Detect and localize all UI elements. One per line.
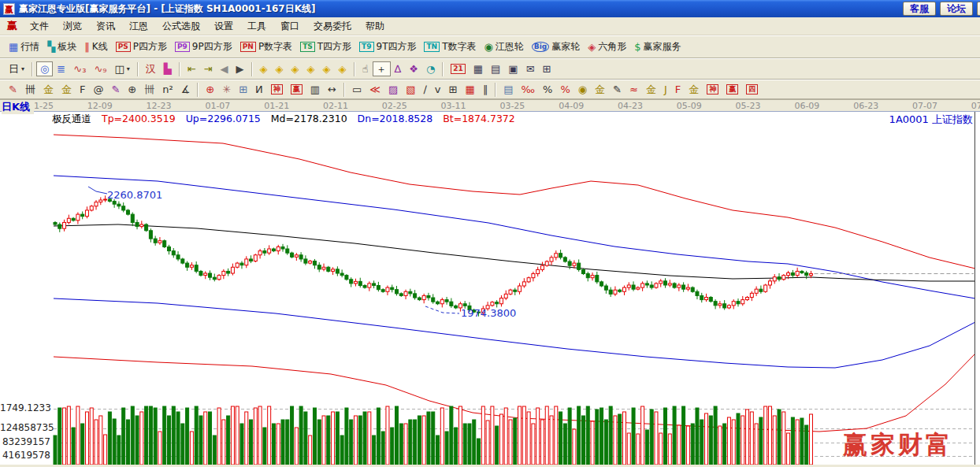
diamond-expand-h-button[interactable]: ◈ xyxy=(288,61,303,76)
printer-button[interactable]: ⊞ xyxy=(539,61,555,76)
wave-tool-button[interactable]: ≈ xyxy=(625,82,642,97)
candle-style-dropdown-button[interactable]: ◫▾ xyxy=(110,61,133,76)
cycle-ring-button[interactable]: ◔ xyxy=(422,61,439,76)
tick-ruler-button[interactable]: 卌 xyxy=(140,82,158,97)
shen-tool-button[interactable]: 神 xyxy=(267,83,287,96)
nav-last-button[interactable]: ⇥ xyxy=(200,61,217,76)
menu-news[interactable]: 资讯 xyxy=(89,18,122,35)
trend-line-button[interactable]: ∕ xyxy=(419,82,430,97)
pen-angle-button[interactable]: ✎ xyxy=(107,82,124,97)
menu-tools[interactable]: 工具 xyxy=(240,18,273,35)
diamond-shift-left-button[interactable]: ◈ xyxy=(256,61,272,76)
star-web-button[interactable]: ✳ xyxy=(218,82,235,97)
customer-service-button[interactable]: 客服 xyxy=(903,2,936,16)
menu-file[interactable]: 文件 xyxy=(23,18,56,35)
fan-box-purple-button[interactable]: ▨ xyxy=(384,82,402,97)
ying-tool-button[interactable]: 赢 xyxy=(287,83,306,96)
diamond-shift-right-button[interactable]: ◈ xyxy=(272,61,288,76)
gold-rail-2-button[interactable]: 金 xyxy=(58,82,76,97)
winner-wheel-button[interactable]: Big赢家轮 xyxy=(528,39,584,55)
percent-line-button[interactable]: % xyxy=(556,82,574,97)
menu-gann[interactable]: 江恩 xyxy=(122,18,155,35)
gold-lines-button[interactable]: 金 xyxy=(591,82,609,97)
menu-help[interactable]: 帮助 xyxy=(358,18,392,35)
ruler-123-button[interactable]: ▥ xyxy=(306,82,324,97)
time-circle-button[interactable]: ⊕ xyxy=(124,82,140,97)
t-number-table-button[interactable]: TNT数字表 xyxy=(420,39,480,55)
p-number-table-button[interactable]: PNP数字表 xyxy=(236,39,296,55)
wave-mark-button[interactable]: И xyxy=(251,82,267,97)
fan-box-red-button[interactable]: ▧ xyxy=(402,82,419,97)
spiral-button[interactable]: @ xyxy=(89,82,107,97)
grid-red-button[interactable]: ▦ xyxy=(461,82,478,97)
f-angle-button[interactable]: F xyxy=(671,82,685,97)
crop-box-button[interactable]: ▭ xyxy=(348,82,366,97)
gann-wheel-button[interactable]: ◉江恩轮 xyxy=(480,39,527,55)
home-button-clipped[interactable]: 主 xyxy=(977,2,980,16)
quotes-button[interactable]: ▦行情 xyxy=(5,39,43,55)
stats-table-button[interactable]: ▤ xyxy=(499,82,517,97)
gold-angle-2-button[interactable]: 金 xyxy=(685,82,703,97)
sectors-button[interactable]: ▚板块 xyxy=(43,39,80,55)
han-frame-button[interactable]: 汉 xyxy=(142,61,160,76)
shen-angle-button[interactable]: 神 xyxy=(703,83,722,96)
region-zoom-button[interactable]: ◎ xyxy=(36,61,53,76)
menu-settings[interactable]: 设置 xyxy=(207,18,240,35)
web-grid-button[interactable]: ⊞ xyxy=(235,82,251,97)
profile-histogram-button[interactable]: ▙ xyxy=(160,61,176,76)
menu-view[interactable]: 浏览 xyxy=(56,18,89,35)
kline-chart[interactable] xyxy=(0,112,980,467)
brush-red-button[interactable]: ✎ xyxy=(5,82,21,97)
notepad-button[interactable]: ▤ xyxy=(487,61,504,76)
nav-prev-button[interactable]: ◀ xyxy=(217,61,232,76)
minute-chart-3-button[interactable]: ∿₃ xyxy=(69,61,90,76)
save-button[interactable]: ▣ xyxy=(504,61,522,76)
f-rail-button[interactable]: F xyxy=(76,82,89,97)
nav-first-icon: ⇤ xyxy=(187,63,196,75)
angle-pin-button[interactable]: ∆ xyxy=(391,61,406,76)
gold-circle-button[interactable]: ◉ xyxy=(574,82,591,97)
fan-red-button[interactable]: ≪ xyxy=(366,82,384,97)
diamond-fit-button[interactable]: ◈ xyxy=(335,61,351,76)
ying-angle-button[interactable]: 赢 xyxy=(722,83,742,96)
calendar-button[interactable]: 21 xyxy=(447,62,470,76)
t-square-button[interactable]: TST四方形 xyxy=(296,39,355,55)
flag-pen-button[interactable]: ✎ xyxy=(609,82,625,97)
n-squared-button[interactable]: n² xyxy=(158,82,176,97)
span-arrows-button[interactable]: ↔ xyxy=(324,82,340,97)
period-day-dropdown-button[interactable]: 日▾ xyxy=(5,61,28,76)
diamond-compress-button[interactable]: ◈ xyxy=(303,61,319,76)
j-angle-button[interactable]: J xyxy=(660,82,671,97)
export-web-button[interactable]: ✉ xyxy=(522,61,539,76)
percent-7-button[interactable]: ‰ xyxy=(518,82,539,97)
minute-chart-9-button[interactable]: ∿₉ xyxy=(90,61,110,76)
f10-info-button[interactable]: ≣ xyxy=(53,61,69,76)
percent-button[interactable]: % xyxy=(539,82,556,97)
hexagon-button[interactable]: ◈六角形 xyxy=(584,39,630,55)
menu-trade[interactable]: 交易委托 xyxy=(306,18,358,35)
winner-service-button[interactable]: $赢家服务 xyxy=(630,39,685,55)
gann-ticks-button[interactable]: 卌 xyxy=(21,82,39,97)
menu-window[interactable]: 窗口 xyxy=(273,18,306,35)
parallel-lines-button[interactable]: ∥ xyxy=(479,82,492,97)
angle-measure-button[interactable]: ∡ xyxy=(177,82,195,97)
gann-flower-button[interactable]: ❖ xyxy=(405,61,422,76)
kline-button[interactable]: ‖K线 xyxy=(80,39,111,55)
grid-small-button[interactable]: ⊞ xyxy=(445,82,462,97)
crosshair-button[interactable]: ＋ xyxy=(373,61,391,76)
forum-button[interactable]: 论坛 xyxy=(940,2,973,16)
gold-rail-1-button[interactable]: 金 xyxy=(39,82,58,97)
p-square-button[interactable]: PSP四方形 xyxy=(112,39,171,55)
menu-formula-picker[interactable]: 公式选股 xyxy=(155,18,207,35)
hand-pan-button[interactable]: ☝ xyxy=(358,61,373,76)
gold-angle-button[interactable]: 金 xyxy=(642,82,660,97)
calculator-button[interactable]: ▦ xyxy=(470,61,487,76)
9p-square-button[interactable]: P99P四方形 xyxy=(171,39,236,55)
si-angle-button[interactable]: 四 xyxy=(742,83,762,96)
diamond-expand-all-button[interactable]: ◈ xyxy=(319,61,335,76)
9t-square-button[interactable]: T99T四方形 xyxy=(355,39,420,55)
nav-first-button[interactable]: ⇤ xyxy=(184,61,200,76)
circle-cross-button[interactable]: ⊕ xyxy=(202,82,218,97)
zigzag-button[interactable]: v xyxy=(431,82,445,97)
nav-next-button[interactable]: ▶ xyxy=(232,61,248,76)
